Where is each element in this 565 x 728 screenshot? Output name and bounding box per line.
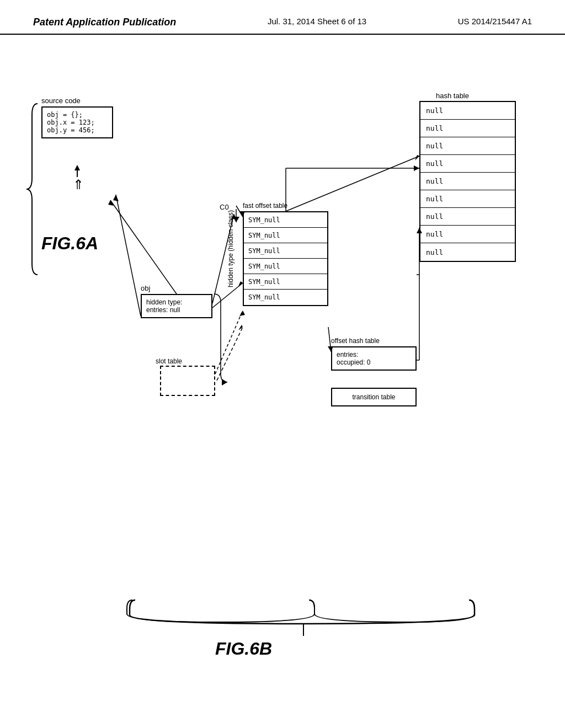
hash-row-3: null [420,137,515,155]
hash-row-4: null [420,155,515,173]
obj-entries: entries: null [146,306,207,314]
fast-offset-label: fast offset table [243,202,287,210]
hash-table-title: hash table [436,92,469,100]
obj-box: hidden type: entries: null [141,294,212,318]
svg-line-6 [236,206,243,217]
diagram-area: source code obj = {}; obj.x = 123; obj.y… [0,35,565,713]
hash-row-9: null [420,243,515,261]
offset-hash-box: entries: occupied: 0 [331,346,417,371]
fast-offset-row-6: SYM_null [244,290,327,305]
svg-line-11 [215,311,243,374]
source-line-3: obj.y = 456; [47,126,108,134]
svg-marker-5 [415,155,419,160]
svg-marker-25 [222,379,227,386]
offset-occupied: occupied: 0 [337,358,411,366]
publication-title: Patent Application Publication [33,17,176,28]
hash-row-5: null [420,173,515,190]
fast-offset-row-2: SYM_null [244,228,327,243]
hash-row-2: null [420,120,515,137]
obj-hidden-type: hidden type: [146,298,207,306]
sheet-info: Jul. 31, 2014 Sheet 6 of 13 [268,17,366,26]
fast-offset-row-3: SYM_null [244,243,327,259]
up-arrow-icon: ⇑ [73,177,84,192]
svg-line-2 [110,200,177,294]
fig6b-label: FIG.6B [215,639,272,659]
hash-row-8: null [420,226,515,243]
patent-number: US 2014/215447 A1 [458,17,532,26]
hash-row-1: null [420,102,515,120]
source-code-box: obj = {}; obj.x = 123; obj.y = 456; [41,106,113,138]
svg-line-16 [116,195,141,316]
hash-table: null null null null null null null null … [419,101,516,262]
fast-offset-row-4: SYM_null [244,259,327,274]
svg-marker-19 [74,165,80,170]
svg-marker-3 [108,200,114,206]
hidden-class-label: hidden type (hidden class) [227,210,234,287]
svg-marker-27 [238,325,243,330]
fast-offset-table: SYM_null SYM_null SYM_null SYM_null SYM_… [243,211,328,306]
slot-table-box [160,366,215,396]
offset-hash-label: offset hash table [331,337,380,345]
offset-entries: entries: [337,351,411,358]
obj-label: obj [141,284,150,292]
fig6a-label: FIG.6A [41,233,98,254]
svg-marker-17 [113,195,119,201]
slot-table-label: slot table [156,357,182,365]
source-line-1: obj = {}; [47,111,108,119]
svg-line-26 [217,327,243,381]
hash-row-7: null [420,208,515,226]
svg-line-4 [286,156,419,211]
fast-offset-row-5: SYM_null [244,274,327,290]
page-header: Patent Application Publication Jul. 31, … [0,0,565,35]
transition-table-label: transition table [337,393,411,401]
svg-marker-24 [414,165,419,171]
svg-marker-1 [238,281,243,286]
svg-marker-12 [239,311,245,316]
transition-table-box: transition table [331,388,417,406]
hash-row-6: null [420,190,515,208]
source-code-label: source code [41,97,81,105]
fast-offset-row-1: SYM_null [244,212,327,228]
source-line-2: obj.x = 123; [47,119,108,126]
